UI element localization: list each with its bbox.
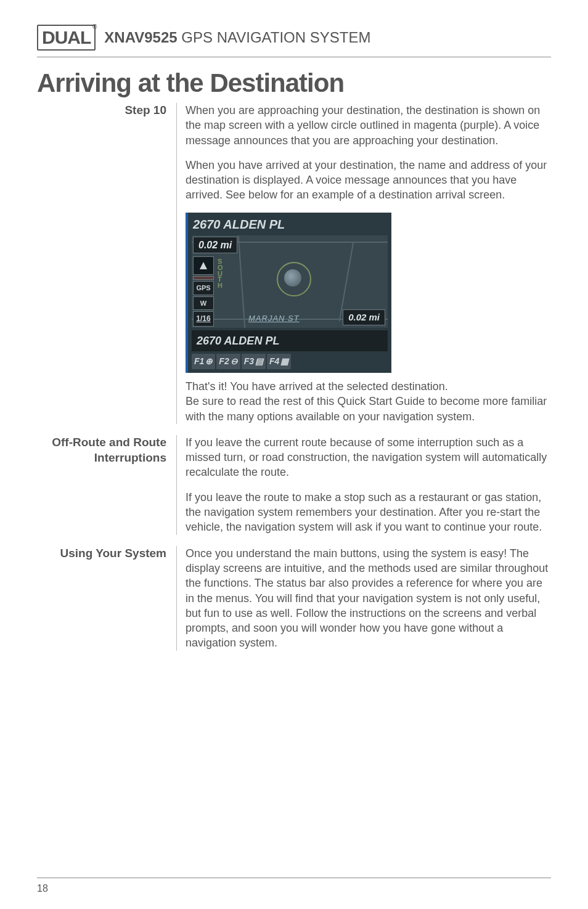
f-label: F3 (244, 356, 254, 367)
grid-icon: ▦ (280, 356, 288, 367)
side-indicator-stack: GPS W 1/16 (193, 256, 214, 327)
page: DUAL ® XNAV9525 GPS NAVIGATION SYSTEM Ar… (0, 0, 588, 909)
distance-right-badge: 0.02 mi (343, 309, 385, 325)
section-using: Using Your System Once you understand th… (37, 546, 551, 651)
compass-letters: S O U T H (218, 259, 223, 289)
section-body: Once you understand the main buttons, us… (176, 546, 551, 651)
section-body: If you leave the current route because o… (176, 435, 551, 535)
section-label: Off-Route and Route Interruptions (37, 435, 166, 535)
header: DUAL ® XNAV9525 GPS NAVIGATION SYSTEM (37, 25, 551, 51)
zoom-in-icon: ⊕ (205, 356, 213, 367)
paragraph: When you have arrived at your destinatio… (186, 158, 551, 203)
distance-top-badge: 0.02 mi (193, 237, 237, 254)
f4-button[interactable]: F4▦ (267, 354, 291, 369)
brand-logo: DUAL ® (37, 25, 96, 51)
screenshot-title: 2670 ALDEN PL (188, 213, 391, 235)
logo-text: DUAL (42, 28, 91, 47)
list-icon: ▤ (255, 356, 263, 367)
f3-button[interactable]: F3▤ (242, 354, 266, 369)
road-label: MARJAN ST (248, 313, 300, 324)
registered-icon: ® (92, 23, 97, 30)
f-label: F4 (269, 356, 279, 367)
paragraph: Once you understand the main buttons, us… (186, 546, 551, 651)
page-number: 18 (37, 883, 48, 894)
address-bar: 2670 ALDEN PL (192, 330, 388, 351)
map-road-line (238, 235, 245, 328)
section-label: Using Your System (37, 546, 166, 651)
product-name: GPS NAVIGATION SYSTEM (178, 29, 371, 46)
f2-button[interactable]: F2⊖ (216, 354, 240, 369)
section-offroute: Off-Route and Route Interruptions If you… (37, 435, 551, 535)
destination-dot-icon (284, 269, 301, 287)
model-number: XNAV9525 (104, 29, 177, 46)
heading-badge: W (193, 296, 214, 311)
f-label: F1 (194, 356, 204, 367)
section-step10: Step 10 When you are approaching your de… (37, 103, 551, 424)
paragraph: That's it! You have arrived at the selec… (186, 379, 551, 424)
header-title: XNAV9525 GPS NAVIGATION SYSTEM (104, 29, 370, 46)
paragraph: When you are approaching your destinatio… (186, 103, 551, 148)
signal-bar-icon (193, 276, 214, 280)
nav-device-screenshot: 2670 ALDEN PL 0.02 mi GPS W 1/16 (186, 213, 391, 373)
footer-rule (37, 878, 551, 878)
paragraph: If you leave the current route because o… (186, 435, 551, 480)
zoom-out-icon: ⊖ (231, 356, 238, 367)
section-label: Step 10 (37, 103, 166, 424)
page-title: Arriving at the Destination (37, 68, 551, 98)
paragraph: If you leave the route to make a stop su… (186, 490, 551, 535)
section-body: When you are approaching your destinatio… (176, 103, 551, 424)
waypoint-count-badge: 1/16 (193, 311, 214, 326)
direction-arrow-icon (193, 256, 214, 275)
f-label: F2 (219, 356, 229, 367)
gps-status-badge: GPS (193, 281, 214, 295)
function-key-row: F1⊕ F2⊖ F3▤ F4▦ (188, 351, 391, 373)
screenshot-map: 0.02 mi GPS W 1/16 S O U T H MARJAN ST 0… (192, 235, 388, 328)
f1-button[interactable]: F1⊕ (192, 354, 215, 369)
header-rule (37, 57, 551, 57)
